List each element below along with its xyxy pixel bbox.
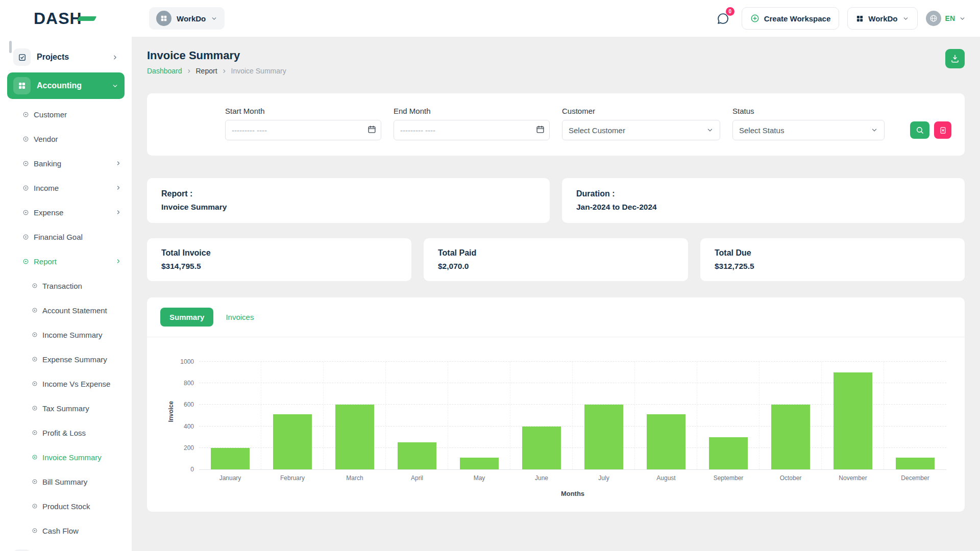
circle-dot-icon	[22, 136, 29, 142]
bar-slot	[199, 362, 261, 469]
chevron-right-icon	[115, 160, 121, 166]
sidebar-item-label: Projects	[37, 53, 69, 62]
bar-slot	[884, 362, 946, 469]
sidebar-item-bill-summary[interactable]: Bill Summary	[0, 469, 132, 494]
sidebar-item-projects[interactable]: Projects	[7, 44, 125, 70]
sidebar-item-expense-summary[interactable]: Expense Summary	[0, 347, 132, 371]
sidebar-item-cash-flow[interactable]: Cash Flow	[0, 518, 132, 543]
sidebar-item-product-stock[interactable]: Product Stock	[0, 494, 132, 518]
workspace-menu-label: WorkDo	[868, 14, 897, 23]
chart-bars	[199, 362, 946, 469]
bar-march[interactable]	[335, 405, 374, 469]
sidebar-scrollbar-thumb[interactable]	[9, 41, 12, 53]
status-select-value: Select Status	[739, 126, 784, 135]
sidebar-item-income[interactable]: Income	[0, 176, 132, 200]
circle-dot-icon	[32, 307, 38, 313]
sidebar-item-transaction[interactable]: Transaction	[0, 273, 132, 298]
tab-invoices[interactable]: Invoices	[220, 308, 259, 327]
apply-filter-button[interactable]	[910, 121, 929, 139]
bar-slot	[697, 362, 760, 469]
bar-august[interactable]	[647, 414, 685, 469]
sidebar-item-label: Vendor	[34, 135, 58, 143]
sidebar-item-hrm[interactable]: HRM	[7, 545, 125, 551]
filter-card: Start Month End Month Cust	[147, 93, 965, 156]
page-header: Invoice Summary Dashboard Report Invoice…	[147, 49, 965, 75]
stat-value: $314,795.5	[161, 262, 397, 271]
x-tick-label: February	[261, 474, 324, 482]
sidebar-item-expense[interactable]: Expense	[0, 200, 132, 224]
y-axis-title: Invoice	[167, 401, 175, 422]
circle-dot-icon	[32, 405, 38, 411]
bar-july[interactable]	[584, 405, 623, 469]
x-tick-label: November	[822, 474, 884, 482]
sidebar-item-invoice-summary[interactable]: Invoice Summary	[0, 445, 132, 469]
x-tick-label: September	[697, 474, 760, 482]
sidebar-item-label: Banking	[34, 159, 61, 168]
bar-january[interactable]	[211, 448, 250, 469]
sidebar-item-report[interactable]: Report	[0, 249, 132, 273]
workspace-selector[interactable]: WorkDo	[149, 7, 225, 30]
start-month-input[interactable]	[225, 120, 381, 140]
bar-october[interactable]	[771, 405, 810, 469]
sidebar-item-customer[interactable]: Customer	[0, 102, 132, 127]
accounting-submenu: Customer Vendor Banking Income Expense	[0, 102, 132, 543]
sidebar-item-profit-loss[interactable]: Profit & Loss	[0, 420, 132, 445]
sidebar-item-label: Transaction	[42, 282, 82, 290]
bar-december[interactable]	[896, 458, 935, 469]
circle-dot-icon	[22, 185, 29, 191]
end-month-input[interactable]	[394, 120, 550, 140]
bar-may[interactable]	[460, 458, 499, 469]
chevron-down-icon	[706, 127, 714, 134]
bar-slot	[448, 362, 510, 469]
y-tick-label: 1000	[175, 358, 194, 365]
circle-dot-icon	[22, 160, 29, 167]
download-button[interactable]	[945, 49, 965, 68]
sidebar-item-label: Financial Goal	[34, 233, 83, 241]
app-logo[interactable]: DASH	[34, 9, 82, 28]
breadcrumb-dashboard[interactable]: Dashboard	[147, 67, 182, 75]
sidebar-item-vendor[interactable]: Vendor	[0, 127, 132, 151]
start-month-field: Start Month	[225, 107, 381, 140]
top-header: DASH WorkDo 0 Create Workspace	[0, 0, 980, 37]
sidebar-item-account-statement[interactable]: Account Statement	[0, 298, 132, 322]
customer-field: Customer Select Customer	[562, 107, 720, 140]
x-tick-label: April	[386, 474, 448, 482]
messages-button[interactable]: 0	[713, 8, 733, 29]
bar-june[interactable]	[522, 427, 561, 469]
main-content: Invoice Summary Dashboard Report Invoice…	[132, 37, 980, 551]
status-select[interactable]: Select Status	[732, 120, 885, 140]
bar-february[interactable]	[273, 414, 312, 469]
sidebar-item-label: Income Summary	[42, 331, 103, 339]
tab-summary[interactable]: Summary	[160, 308, 213, 327]
customer-select-value: Select Customer	[569, 126, 625, 135]
sidebar-item-income-summary[interactable]: Income Summary	[0, 322, 132, 347]
chevron-down-icon	[959, 15, 966, 22]
customer-select[interactable]: Select Customer	[562, 120, 720, 140]
circle-dot-icon	[32, 356, 38, 362]
reset-filter-button[interactable]	[934, 121, 951, 139]
globe-icon	[926, 11, 941, 26]
duration-card-label: Duration :	[576, 189, 950, 198]
sidebar-item-accounting[interactable]: Accounting	[7, 72, 125, 99]
report-submenu: Transaction Account Statement Income Sum…	[0, 273, 132, 543]
bar-april[interactable]	[398, 442, 436, 469]
bar-september[interactable]	[709, 437, 748, 469]
report-card: Report : Invoice Summary	[147, 178, 550, 223]
sidebar-item-label: Account Statement	[42, 306, 107, 315]
stat-value: $2,070.0	[438, 262, 674, 271]
circle-dot-icon	[32, 528, 38, 534]
sidebar-item-financial-goal[interactable]: Financial Goal	[0, 224, 132, 249]
workspace-menu-button[interactable]: WorkDo	[847, 7, 917, 30]
circle-dot-icon	[32, 430, 38, 436]
circle-dot-icon	[32, 283, 38, 289]
sidebar-item-label: Profit & Loss	[42, 429, 86, 437]
sidebar-item-tax-summary[interactable]: Tax Summary	[0, 396, 132, 420]
report-duration-row: Report : Invoice Summary Duration : Jan-…	[147, 178, 965, 223]
create-workspace-button[interactable]: Create Workspace	[742, 7, 840, 30]
sidebar-item-banking[interactable]: Banking	[0, 151, 132, 176]
language-selector[interactable]: EN	[926, 11, 966, 26]
x-tick-label: December	[884, 474, 946, 482]
bar-november[interactable]	[834, 372, 872, 469]
breadcrumb-report[interactable]: Report	[196, 67, 217, 75]
sidebar-item-income-vs-expense[interactable]: Income Vs Expense	[0, 371, 132, 396]
